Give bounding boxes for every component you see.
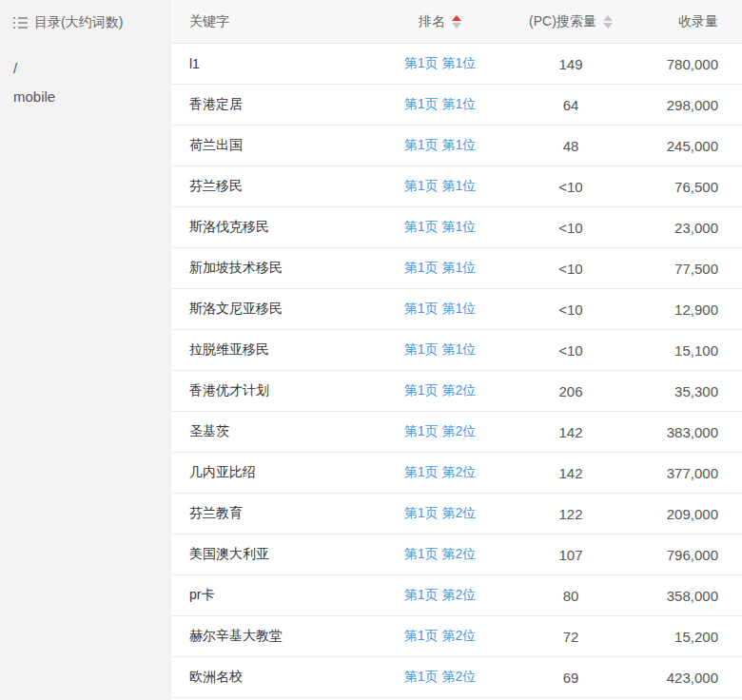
pc-search-cell: 48 [495, 138, 647, 154]
table-body: l1 第1页 第1位 149 780,000 香港定居 第1页 第1位 64 2… [172, 44, 742, 698]
column-header-index: 收录量 [647, 13, 742, 30]
pc-search-cell: <10 [495, 301, 647, 318]
sort-desc-icon[interactable] [452, 23, 461, 29]
index-cell: 23,000 [647, 220, 742, 236]
table-row: 芬兰移民 第1页 第1位 <10 76,500 [172, 166, 742, 207]
pc-search-cell: 107 [495, 547, 647, 563]
index-cell: 12,900 [647, 301, 742, 318]
pc-search-cell: 206 [495, 383, 647, 399]
index-cell: 209,000 [647, 506, 742, 522]
index-cell: 15,100 [647, 342, 742, 359]
table-row: 欧洲名校 第1页 第2位 69 423,000 [172, 657, 742, 698]
rank-link[interactable]: 第1页 第1位 [404, 301, 476, 316]
column-header-pc-search[interactable]: (PC)搜索量 [495, 13, 647, 30]
rank-link[interactable]: 第1页 第2位 [404, 464, 476, 479]
pc-search-cell: 64 [495, 97, 647, 113]
sidebar-item-root[interactable]: / [0, 60, 170, 76]
sort-asc-icon[interactable] [452, 15, 461, 21]
pc-search-cell: 122 [495, 506, 647, 522]
pc-search-cell: <10 [495, 179, 647, 195]
table-row: 圣基茨 第1页 第2位 142 383,000 [172, 412, 742, 453]
rank-link[interactable]: 第1页 第1位 [404, 219, 476, 234]
index-cell: 15,200 [647, 629, 742, 645]
pc-search-cell: 149 [495, 56, 647, 72]
index-cell: 780,000 [647, 56, 742, 72]
keyword-cell: 斯洛伐克移民 [172, 219, 385, 236]
keyword-cell: 芬兰教育 [172, 505, 385, 522]
table-row: 美国澳大利亚 第1页 第2位 107 796,000 [172, 535, 742, 575]
column-header-keyword: 关键字 [172, 13, 385, 30]
keyword-cell: 圣基茨 [172, 423, 385, 440]
rank-link[interactable]: 第1页 第1位 [404, 137, 476, 152]
directory-sidebar: 目录(大约词数) / mobile [0, 0, 171, 700]
sort-desc-icon[interactable] [603, 23, 613, 29]
keyword-cell: 香港定居 [172, 96, 385, 113]
index-cell: 796,000 [647, 547, 742, 563]
index-cell: 298,000 [647, 97, 742, 113]
pc-search-sort-control[interactable] [603, 15, 613, 29]
list-icon [13, 17, 28, 29]
rank-link[interactable]: 第1页 第1位 [404, 260, 476, 275]
keyword-cell: l1 [172, 56, 385, 71]
index-cell: 77,500 [647, 261, 742, 277]
index-cell: 358,000 [647, 588, 742, 604]
table-row: 几内亚比绍 第1页 第2位 142 377,000 [172, 453, 742, 494]
table-row: 拉脱维亚移民 第1页 第1位 <10 15,100 [172, 330, 742, 371]
index-cell: 35,300 [647, 383, 742, 399]
pc-search-cell: 69 [495, 670, 647, 686]
keyword-cell: 斯洛文尼亚移民 [172, 301, 385, 318]
pc-search-cell: 142 [495, 424, 647, 440]
keyword-cell: 赫尔辛基大教堂 [172, 628, 385, 645]
table-row: 斯洛伐克移民 第1页 第1位 <10 23,000 [172, 207, 742, 248]
table-row: pr卡 第1页 第2位 80 358,000 [172, 575, 742, 616]
keyword-cell: 香港优才计划 [172, 382, 385, 399]
rank-link[interactable]: 第1页 第2位 [404, 382, 476, 398]
rank-link[interactable]: 第1页 第2位 [404, 669, 476, 684]
directory-header: 目录(大约词数) [0, 0, 170, 31]
index-cell: 423,000 [647, 670, 742, 686]
keyword-cell: pr卡 [172, 587, 385, 604]
directory-title: 目录(大约词数) [34, 14, 123, 31]
sort-asc-icon[interactable] [603, 15, 613, 21]
keyword-table: 关键字 排名 (PC)搜索量 收录量 l1 第1页 第1位 149 780,00… [172, 0, 742, 700]
pc-search-cell: 80 [495, 588, 647, 604]
index-cell: 245,000 [647, 138, 742, 154]
rank-link[interactable]: 第1页 第2位 [404, 505, 476, 520]
pc-search-cell: 72 [495, 629, 647, 645]
rank-link[interactable]: 第1页 第2位 [404, 546, 476, 561]
table-row: 斯洛文尼亚移民 第1页 第1位 <10 12,900 [172, 289, 742, 330]
pc-search-cell: <10 [495, 261, 647, 277]
table-row: 芬兰教育 第1页 第2位 122 209,000 [172, 494, 742, 535]
rank-link[interactable]: 第1页 第1位 [404, 96, 476, 111]
sidebar-item-mobile[interactable]: mobile [0, 88, 170, 105]
keyword-cell: 芬兰移民 [172, 178, 385, 195]
keyword-cell: 美国澳大利亚 [172, 546, 385, 563]
keyword-cell: 荷兰出国 [172, 137, 385, 154]
table-row: 香港优才计划 第1页 第2位 206 35,300 [172, 371, 742, 412]
keyword-cell: 新加坡技术移民 [172, 260, 385, 277]
rank-link[interactable]: 第1页 第2位 [404, 587, 476, 602]
keyword-cell: 拉脱维亚移民 [172, 341, 385, 359]
table-row: l1 第1页 第1位 149 780,000 [172, 44, 742, 85]
pc-search-cell: <10 [495, 342, 647, 359]
column-header-rank[interactable]: 排名 [385, 13, 495, 30]
index-cell: 76,500 [647, 179, 742, 195]
rank-link[interactable]: 第1页 第1位 [404, 178, 476, 193]
rank-link[interactable]: 第1页 第2位 [404, 628, 476, 643]
table-row: 荷兰出国 第1页 第1位 48 245,000 [172, 126, 742, 166]
rank-link[interactable]: 第1页 第1位 [404, 341, 476, 357]
index-cell: 383,000 [647, 424, 742, 440]
pc-search-cell: 142 [495, 465, 647, 481]
pc-search-cell: <10 [495, 220, 647, 236]
index-cell: 377,000 [647, 465, 742, 481]
table-row: 香港定居 第1页 第1位 64 298,000 [172, 85, 742, 126]
rank-sort-control[interactable] [452, 15, 461, 29]
keyword-cell: 几内亚比绍 [172, 464, 385, 481]
table-row: 赫尔辛基大教堂 第1页 第2位 72 15,200 [172, 616, 742, 657]
rank-link[interactable]: 第1页 第1位 [404, 55, 476, 70]
table-row: 新加坡技术移民 第1页 第1位 <10 77,500 [172, 248, 742, 289]
table-header-row: 关键字 排名 (PC)搜索量 收录量 [172, 0, 742, 44]
rank-link[interactable]: 第1页 第2位 [404, 423, 476, 438]
keyword-cell: 欧洲名校 [172, 669, 385, 686]
